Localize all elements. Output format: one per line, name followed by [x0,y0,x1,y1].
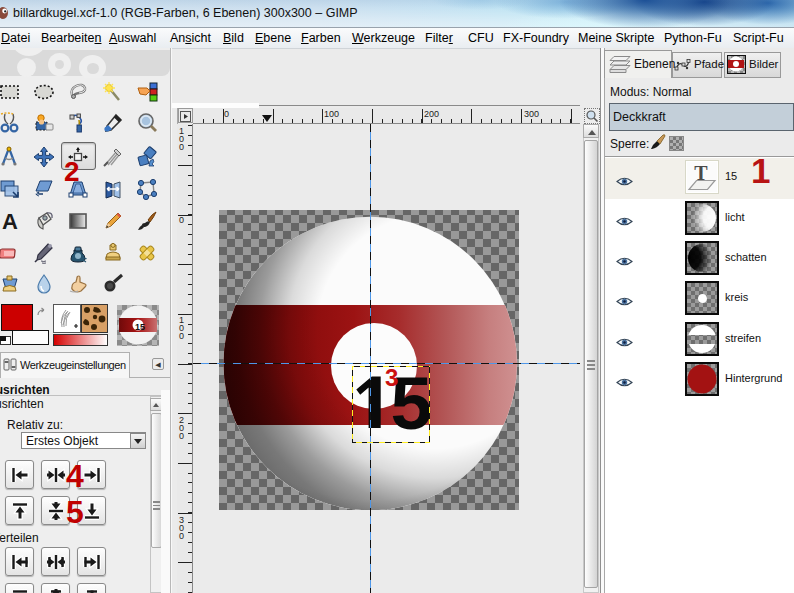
svg-text:A: A [2,210,18,232]
svg-text:15: 15 [135,322,145,332]
